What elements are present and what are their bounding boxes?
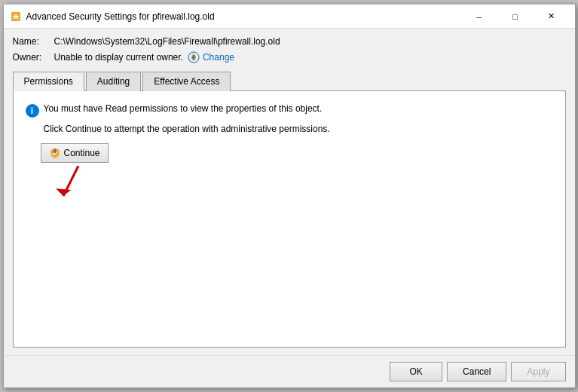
ok-button[interactable]: OK (390, 362, 442, 381)
sub-message: Click Continue to attempt the operation … (26, 124, 553, 134)
minimize-button[interactable]: – (462, 6, 497, 27)
dialog-footer: OK Cancel Apply (4, 355, 575, 387)
tab-auditing[interactable]: Auditing (86, 72, 141, 91)
window-icon (10, 11, 22, 23)
change-shield-icon (188, 51, 200, 63)
name-label: Name: (13, 36, 54, 47)
window-title: Advanced Security Settings for pfirewall… (26, 11, 462, 22)
change-link[interactable]: Change (203, 52, 234, 63)
window-controls: – □ ✕ (462, 6, 569, 27)
info-icon: i (26, 104, 39, 118)
arrow-annotation (48, 166, 109, 211)
tab-permissions[interactable]: Permissions (13, 72, 84, 91)
name-value: C:\Windows\System32\LogFiles\Firewall\pf… (54, 36, 280, 47)
title-bar: Advanced Security Settings for pfirewall… (4, 5, 575, 29)
maximize-button[interactable]: □ (498, 6, 533, 27)
apply-button[interactable]: Apply (511, 362, 565, 381)
info-message: You must have Read permissions to view t… (44, 103, 323, 114)
owner-value: Unable to display current owner. (54, 52, 183, 63)
info-box: i You must have Read permissions to view… (26, 103, 553, 118)
cancel-button[interactable]: Cancel (447, 362, 506, 381)
continue-button[interactable]: Continue (41, 143, 109, 163)
close-button[interactable]: ✕ (534, 6, 569, 27)
red-arrow-icon (56, 166, 101, 207)
owner-label: Owner: (13, 52, 54, 63)
name-row: Name: C:\Windows\System32\LogFiles\Firew… (13, 36, 566, 47)
main-window: Advanced Security Settings for pfirewall… (3, 4, 576, 388)
tab-effective-access[interactable]: Effective Access (142, 72, 231, 91)
dialog-content: Name: C:\Windows\System32\LogFiles\Firew… (4, 29, 575, 355)
svg-marker-3 (56, 188, 71, 196)
continue-label: Continue (64, 148, 100, 158)
tab-content-area: i You must have Read permissions to view… (13, 91, 566, 348)
tab-bar: Permissions Auditing Effective Access (13, 71, 566, 91)
owner-row: Owner: Unable to display current owner. … (13, 51, 566, 63)
continue-shield-icon (49, 147, 61, 159)
